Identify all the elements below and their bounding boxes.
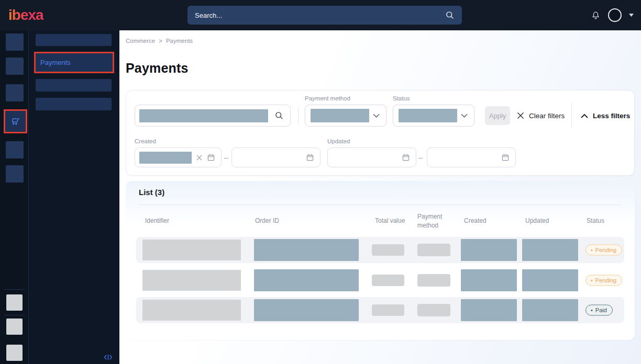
sidebar-collapse-icon[interactable] [104,354,113,361]
filter-divider [571,103,572,128]
status-label: Status [393,95,410,101]
redacted-total-value-cell [372,304,404,316]
table-row[interactable]: • Pending [136,237,624,263]
calendar-icon[interactable] [402,153,410,162]
date-range-separator: – [418,153,423,162]
sidebar-item-payments-active[interactable]: Payments [34,52,114,73]
redacted-order-id-cell [254,269,359,291]
chevron-down-icon [373,113,380,118]
rail-item-redacted[interactable] [6,33,24,51]
redacted-payment-method-cell [417,244,450,256]
sidebar-item-redacted[interactable] [36,79,112,92]
column-header-order-id: Order ID [255,217,279,225]
global-search[interactable] [187,6,462,25]
filter-divider [298,107,299,124]
app-root: ibexa [0,0,641,364]
redacted-payment-method-cell [417,274,450,287]
rail-item-redacted[interactable] [6,141,24,158]
rail-item-bottom-redacted[interactable] [6,345,23,361]
calendar-icon[interactable] [207,153,215,162]
main-content: Commerce > Payments Payments Payment met… [119,30,641,364]
search-icon[interactable] [274,111,284,120]
updated-to-date-input[interactable] [427,147,516,167]
created-from-date-input[interactable] [135,147,222,167]
badge-label: Paid [595,307,607,313]
rail-item-bottom-redacted[interactable] [6,294,23,311]
redacted-created-cell [461,299,517,321]
topbar-actions [591,0,634,30]
breadcrumb-separator: > [159,38,162,44]
secondary-sidebar: Payments [29,30,119,364]
list-panel: List (3) Identifier Order ID Total value… [126,181,635,340]
breadcrumb: Commerce > Payments [126,38,193,44]
redacted-updated-cell [522,239,578,261]
created-to-date-input[interactable] [231,147,320,167]
apply-button[interactable]: Apply [485,106,510,125]
updated-label: Updated [327,138,350,144]
calendar-icon[interactable] [501,153,510,162]
column-header-payment-method: Payment method [417,212,446,230]
column-header-updated: Updated [525,217,549,225]
chevron-up-icon [581,113,588,118]
global-search-input[interactable] [195,12,445,19]
created-label: Created [135,138,156,144]
redacted-created-cell [461,239,517,261]
calendar-icon[interactable] [306,153,314,162]
updated-from-date-input[interactable] [327,147,416,167]
redacted-identifier-cell [142,270,241,291]
redacted-order-id-cell [254,299,359,321]
redacted-total-value-cell [372,275,404,286]
breadcrumb-payments[interactable]: Payments [166,38,193,44]
filters-panel: Payment method Status Apply [126,90,635,176]
breadcrumb-commerce[interactable]: Commerce [126,38,155,44]
column-header-identifier: Identifier [145,217,169,225]
rail-item-redacted[interactable] [6,84,24,101]
badge-dot: • [591,307,593,313]
badge-dot: • [591,247,593,253]
sidebar-item-redacted[interactable] [36,34,112,46]
topbar: ibexa [0,0,641,30]
badge-label: Pending [595,277,616,283]
rail-divider [4,315,25,315]
rail-item-bottom-redacted[interactable] [6,318,23,335]
user-menu-caret-icon[interactable] [629,14,634,17]
date-range-separator: – [224,153,228,162]
redacted-identifier-cell [142,240,241,260]
redacted-updated-cell [522,299,578,321]
column-header-status: Status [587,217,604,225]
list-divider [139,204,622,205]
redacted-payment-method-cell [417,304,450,316]
shopping-cart-icon [10,116,21,127]
payment-method-label: Payment method [305,95,350,101]
redacted-select-value [311,109,369,122]
list-title: List (3) [139,188,164,197]
payment-method-select[interactable] [305,105,386,127]
user-avatar[interactable] [608,8,622,22]
clear-date-x-icon[interactable] [196,155,202,161]
x-mark-icon [517,112,524,119]
rail-item-commerce-active[interactable] [4,109,27,133]
brand-logo[interactable]: ibexa [8,7,43,24]
chevron-down-icon [461,113,468,118]
icon-rail [0,30,29,364]
status-badge: • Paid [585,305,613,316]
table-row[interactable]: • Paid [136,297,624,323]
redacted-select-value [399,109,457,122]
redacted-date-value [139,152,192,164]
rail-item-redacted[interactable] [6,165,24,183]
redacted-created-cell [461,269,517,291]
search-icon[interactable] [445,10,455,20]
redacted-identifier-cell [142,300,241,321]
filter-search-input[interactable] [135,105,291,127]
badge-dot: • [591,277,593,283]
notifications-bell-icon[interactable] [591,10,601,20]
clear-filters-button[interactable]: Clear filters [517,106,565,125]
status-select[interactable] [393,105,474,127]
rail-item-redacted[interactable] [6,58,24,75]
less-filters-label: Less filters [593,112,630,120]
sidebar-item-redacted[interactable] [36,98,112,110]
column-header-total-value: Total value [375,217,405,225]
table-row[interactable]: • Pending [136,267,624,293]
less-filters-button[interactable]: Less filters [581,106,630,125]
status-badge: • Pending [585,275,622,286]
